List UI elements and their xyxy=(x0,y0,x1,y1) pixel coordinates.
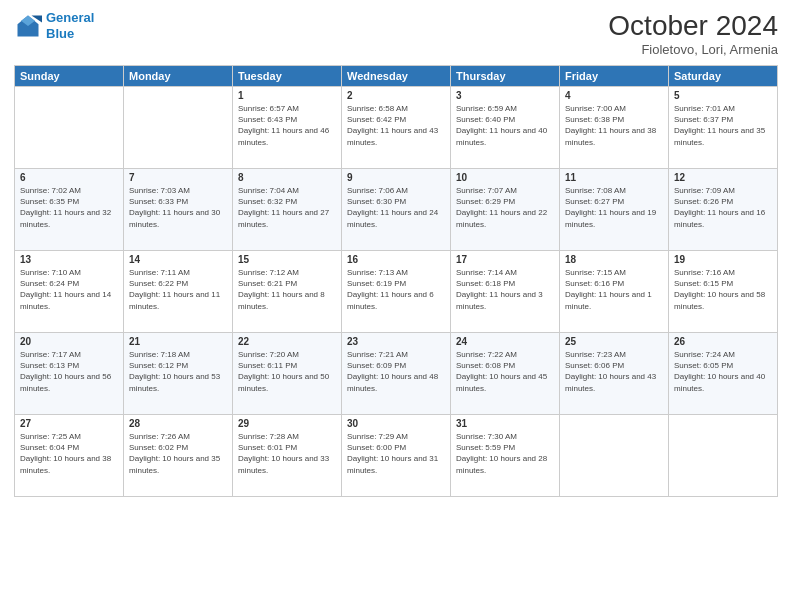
col-saturday: Saturday xyxy=(669,66,778,87)
calendar-week-row: 1 Sunrise: 6:57 AMSunset: 6:43 PMDayligh… xyxy=(15,87,778,169)
logo-general: General xyxy=(46,10,94,25)
table-row: 2 Sunrise: 6:58 AMSunset: 6:42 PMDayligh… xyxy=(342,87,451,169)
table-row: 11 Sunrise: 7:08 AMSunset: 6:27 PMDaylig… xyxy=(560,169,669,251)
page: General Blue October 2024 Fioletovo, Lor… xyxy=(0,0,792,612)
col-monday: Monday xyxy=(124,66,233,87)
table-row: 24 Sunrise: 7:22 AMSunset: 6:08 PMDaylig… xyxy=(451,333,560,415)
day-info: Sunrise: 7:18 AMSunset: 6:12 PMDaylight:… xyxy=(129,349,227,394)
day-number: 31 xyxy=(456,418,554,429)
day-info: Sunrise: 7:02 AMSunset: 6:35 PMDaylight:… xyxy=(20,185,118,230)
table-row: 12 Sunrise: 7:09 AMSunset: 6:26 PMDaylig… xyxy=(669,169,778,251)
day-info: Sunrise: 7:06 AMSunset: 6:30 PMDaylight:… xyxy=(347,185,445,230)
day-info: Sunrise: 6:58 AMSunset: 6:42 PMDaylight:… xyxy=(347,103,445,148)
day-number: 4 xyxy=(565,90,663,101)
day-info: Sunrise: 7:24 AMSunset: 6:05 PMDaylight:… xyxy=(674,349,772,394)
table-row: 8 Sunrise: 7:04 AMSunset: 6:32 PMDayligh… xyxy=(233,169,342,251)
table-row: 30 Sunrise: 7:29 AMSunset: 6:00 PMDaylig… xyxy=(342,415,451,497)
table-row xyxy=(124,87,233,169)
table-row: 28 Sunrise: 7:26 AMSunset: 6:02 PMDaylig… xyxy=(124,415,233,497)
table-row: 14 Sunrise: 7:11 AMSunset: 6:22 PMDaylig… xyxy=(124,251,233,333)
day-number: 17 xyxy=(456,254,554,265)
day-number: 22 xyxy=(238,336,336,347)
day-number: 19 xyxy=(674,254,772,265)
day-number: 13 xyxy=(20,254,118,265)
day-info: Sunrise: 7:28 AMSunset: 6:01 PMDaylight:… xyxy=(238,431,336,476)
day-info: Sunrise: 7:30 AMSunset: 5:59 PMDaylight:… xyxy=(456,431,554,476)
month-title: October 2024 xyxy=(608,10,778,42)
day-number: 27 xyxy=(20,418,118,429)
day-number: 21 xyxy=(129,336,227,347)
day-number: 20 xyxy=(20,336,118,347)
table-row: 27 Sunrise: 7:25 AMSunset: 6:04 PMDaylig… xyxy=(15,415,124,497)
table-row xyxy=(560,415,669,497)
day-info: Sunrise: 7:07 AMSunset: 6:29 PMDaylight:… xyxy=(456,185,554,230)
day-info: Sunrise: 7:11 AMSunset: 6:22 PMDaylight:… xyxy=(129,267,227,312)
col-sunday: Sunday xyxy=(15,66,124,87)
table-row: 6 Sunrise: 7:02 AMSunset: 6:35 PMDayligh… xyxy=(15,169,124,251)
day-info: Sunrise: 7:25 AMSunset: 6:04 PMDaylight:… xyxy=(20,431,118,476)
day-info: Sunrise: 7:26 AMSunset: 6:02 PMDaylight:… xyxy=(129,431,227,476)
logo-text: General Blue xyxy=(46,10,94,41)
location: Fioletovo, Lori, Armenia xyxy=(608,42,778,57)
table-row: 4 Sunrise: 7:00 AMSunset: 6:38 PMDayligh… xyxy=(560,87,669,169)
day-info: Sunrise: 7:17 AMSunset: 6:13 PMDaylight:… xyxy=(20,349,118,394)
day-info: Sunrise: 7:20 AMSunset: 6:11 PMDaylight:… xyxy=(238,349,336,394)
calendar-week-row: 6 Sunrise: 7:02 AMSunset: 6:35 PMDayligh… xyxy=(15,169,778,251)
table-row: 29 Sunrise: 7:28 AMSunset: 6:01 PMDaylig… xyxy=(233,415,342,497)
table-row: 15 Sunrise: 7:12 AMSunset: 6:21 PMDaylig… xyxy=(233,251,342,333)
day-info: Sunrise: 7:23 AMSunset: 6:06 PMDaylight:… xyxy=(565,349,663,394)
day-info: Sunrise: 7:01 AMSunset: 6:37 PMDaylight:… xyxy=(674,103,772,148)
table-row: 1 Sunrise: 6:57 AMSunset: 6:43 PMDayligh… xyxy=(233,87,342,169)
logo: General Blue xyxy=(14,10,94,41)
day-number: 14 xyxy=(129,254,227,265)
title-block: October 2024 Fioletovo, Lori, Armenia xyxy=(608,10,778,57)
calendar: Sunday Monday Tuesday Wednesday Thursday… xyxy=(14,65,778,497)
day-info: Sunrise: 7:08 AMSunset: 6:27 PMDaylight:… xyxy=(565,185,663,230)
table-row: 17 Sunrise: 7:14 AMSunset: 6:18 PMDaylig… xyxy=(451,251,560,333)
day-number: 3 xyxy=(456,90,554,101)
day-number: 5 xyxy=(674,90,772,101)
logo-icon xyxy=(14,12,42,40)
col-thursday: Thursday xyxy=(451,66,560,87)
table-row: 23 Sunrise: 7:21 AMSunset: 6:09 PMDaylig… xyxy=(342,333,451,415)
day-number: 25 xyxy=(565,336,663,347)
day-number: 12 xyxy=(674,172,772,183)
day-number: 10 xyxy=(456,172,554,183)
table-row: 10 Sunrise: 7:07 AMSunset: 6:29 PMDaylig… xyxy=(451,169,560,251)
day-info: Sunrise: 7:13 AMSunset: 6:19 PMDaylight:… xyxy=(347,267,445,312)
day-number: 8 xyxy=(238,172,336,183)
table-row: 7 Sunrise: 7:03 AMSunset: 6:33 PMDayligh… xyxy=(124,169,233,251)
day-number: 9 xyxy=(347,172,445,183)
day-number: 23 xyxy=(347,336,445,347)
day-number: 7 xyxy=(129,172,227,183)
day-info: Sunrise: 7:12 AMSunset: 6:21 PMDaylight:… xyxy=(238,267,336,312)
col-wednesday: Wednesday xyxy=(342,66,451,87)
day-number: 26 xyxy=(674,336,772,347)
day-info: Sunrise: 7:03 AMSunset: 6:33 PMDaylight:… xyxy=(129,185,227,230)
day-number: 16 xyxy=(347,254,445,265)
day-number: 11 xyxy=(565,172,663,183)
day-info: Sunrise: 7:21 AMSunset: 6:09 PMDaylight:… xyxy=(347,349,445,394)
logo-blue: Blue xyxy=(46,26,74,41)
day-number: 24 xyxy=(456,336,554,347)
table-row xyxy=(669,415,778,497)
table-row: 3 Sunrise: 6:59 AMSunset: 6:40 PMDayligh… xyxy=(451,87,560,169)
table-row: 26 Sunrise: 7:24 AMSunset: 6:05 PMDaylig… xyxy=(669,333,778,415)
table-row: 5 Sunrise: 7:01 AMSunset: 6:37 PMDayligh… xyxy=(669,87,778,169)
day-number: 2 xyxy=(347,90,445,101)
table-row: 31 Sunrise: 7:30 AMSunset: 5:59 PMDaylig… xyxy=(451,415,560,497)
table-row: 21 Sunrise: 7:18 AMSunset: 6:12 PMDaylig… xyxy=(124,333,233,415)
day-number: 1 xyxy=(238,90,336,101)
table-row: 16 Sunrise: 7:13 AMSunset: 6:19 PMDaylig… xyxy=(342,251,451,333)
header: General Blue October 2024 Fioletovo, Lor… xyxy=(14,10,778,57)
day-info: Sunrise: 7:09 AMSunset: 6:26 PMDaylight:… xyxy=(674,185,772,230)
table-row: 20 Sunrise: 7:17 AMSunset: 6:13 PMDaylig… xyxy=(15,333,124,415)
day-info: Sunrise: 6:59 AMSunset: 6:40 PMDaylight:… xyxy=(456,103,554,148)
day-info: Sunrise: 7:15 AMSunset: 6:16 PMDaylight:… xyxy=(565,267,663,312)
calendar-week-row: 20 Sunrise: 7:17 AMSunset: 6:13 PMDaylig… xyxy=(15,333,778,415)
table-row: 18 Sunrise: 7:15 AMSunset: 6:16 PMDaylig… xyxy=(560,251,669,333)
day-info: Sunrise: 7:14 AMSunset: 6:18 PMDaylight:… xyxy=(456,267,554,312)
table-row: 25 Sunrise: 7:23 AMSunset: 6:06 PMDaylig… xyxy=(560,333,669,415)
table-row xyxy=(15,87,124,169)
day-info: Sunrise: 6:57 AMSunset: 6:43 PMDaylight:… xyxy=(238,103,336,148)
